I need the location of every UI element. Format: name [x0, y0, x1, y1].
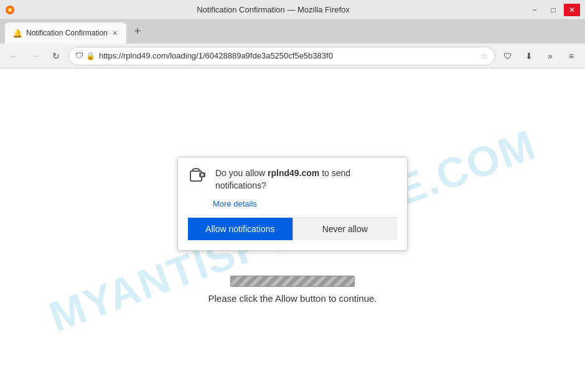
popup-site: rplnd49.com [268, 168, 319, 178]
tab-favicon: 🔔 [12, 29, 22, 38]
window-controls: − □ ✕ [526, 4, 580, 16]
more-details-link[interactable]: More details [188, 199, 397, 208]
lock-icon: 🔒 [86, 52, 95, 60]
svg-rect-5 [199, 172, 205, 177]
overflow-button[interactable]: » [541, 47, 559, 65]
tab-label: Notification Confirmation [26, 29, 108, 37]
url-display: https://rplnd49.com/loading/1/60428889a9… [99, 51, 477, 60]
content-area: MYANTISPY WARE.COM Do you allow rplnd49.… [0, 68, 585, 392]
bookmark-star-icon[interactable]: ☆ [480, 51, 489, 61]
window-title: Notification Confirmation — Mozilla Fire… [20, 5, 526, 14]
popup-header: Do you allow rplnd49.com to send notific… [188, 167, 397, 192]
menu-button[interactable]: ≡ [563, 47, 580, 65]
popup-description: Do you allow rplnd49.com to send notific… [215, 167, 397, 192]
tab-close-button[interactable]: × [111, 28, 119, 38]
progress-bar [230, 276, 355, 287]
minimize-button[interactable]: − [526, 4, 543, 16]
titlebar: Notification Confirmation — Mozilla Fire… [0, 0, 585, 20]
active-tab[interactable]: 🔔 Notification Confirmation × [5, 22, 126, 44]
never-allow-button[interactable]: Never allow [292, 218, 398, 240]
popup-text-prefix: Do you allow [215, 168, 268, 178]
close-button[interactable]: ✕ [564, 4, 580, 16]
address-bar[interactable]: 🛡 🔒 https://rplnd49.com/loading/1/604288… [68, 47, 495, 65]
pocket-button[interactable]: 🛡 [499, 47, 517, 65]
svg-point-2 [9, 9, 11, 11]
back-button[interactable]: ← [5, 47, 22, 65]
popup-buttons: Allow notifications Never allow [188, 217, 397, 240]
allow-notifications-button[interactable]: Allow notifications [188, 218, 292, 240]
maximize-button[interactable]: □ [545, 4, 561, 16]
forward-button[interactable]: → [26, 47, 44, 65]
new-tab-button[interactable]: + [129, 22, 146, 40]
tabbar: 🔔 Notification Confirmation × + [0, 20, 585, 44]
notification-popup: Do you allow rplnd49.com to send notific… [177, 157, 408, 251]
download-button[interactable]: ⬇ [520, 47, 538, 65]
progress-area: Please click the Allow button to continu… [208, 276, 377, 304]
navbar: ← → ↻ 🛡 🔒 https://rplnd49.com/loading/1/… [0, 44, 585, 68]
firefox-icon [5, 5, 15, 15]
page-instruction: Please click the Allow button to continu… [208, 293, 377, 304]
nav-right-icons: 🛡 ⬇ » ≡ [499, 47, 580, 65]
shield-icon: 🛡 [75, 51, 83, 60]
reload-button[interactable]: ↻ [47, 47, 65, 65]
address-bar-icons: 🛡 🔒 [75, 51, 95, 60]
notification-bell-icon [188, 167, 208, 192]
